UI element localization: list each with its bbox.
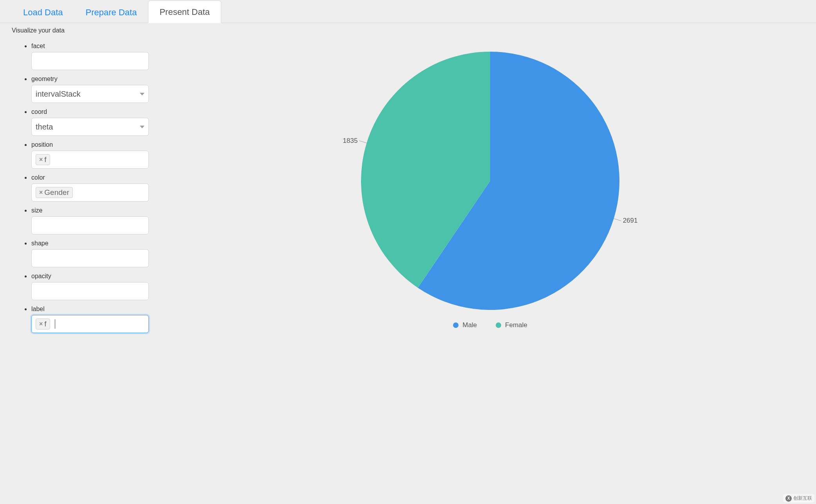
legend-swatch [453,322,459,328]
tab-present-data[interactable]: Present Data [148,0,221,23]
watermark-text: 创新互联 [793,495,812,502]
opacity-label: opacity [31,273,164,280]
tab-prepare-data[interactable]: Prepare Data [74,1,148,23]
chart-legend: MaleFemale [453,321,527,329]
close-icon[interactable]: × [39,189,43,196]
pie-svg [341,46,639,316]
facet-label: facet [31,43,164,50]
coord-label: coord [31,108,164,115]
color-input[interactable]: × Gender [31,184,149,202]
chevron-down-icon [140,126,144,128]
svg-line-0 [614,219,621,221]
legend-item-female[interactable]: Female [496,321,527,329]
field-position: position × f [31,140,164,169]
size-input[interactable] [31,216,149,234]
field-coord: coord theta [31,108,164,136]
tag-label: f [44,155,46,164]
label-label: label [31,306,164,313]
geometry-label: geometry [31,76,164,83]
field-shape: shape [31,239,164,267]
watermark: X 创新互联 [783,494,814,502]
tag-chip[interactable]: × Gender [36,187,73,198]
tag-label: Gender [44,188,69,197]
chart-panel: 26911835 MaleFemale [164,34,816,329]
tag-label: f [44,320,46,328]
pie-label-male: 2691 [623,217,638,225]
field-facet: facet [31,42,164,70]
color-label: color [31,174,164,181]
close-icon[interactable]: × [39,157,43,163]
shape-input[interactable] [31,249,149,267]
watermark-icon: X [785,495,792,502]
field-label: label × f [31,305,164,333]
geometry-value: intervalStack [36,90,81,99]
page-subtitle: Visualize your data [0,23,816,34]
opacity-input[interactable] [31,282,149,300]
legend-label: Female [505,321,527,329]
config-panel: facet geometry intervalStack coord theta… [0,34,164,338]
field-color: color × Gender [31,173,164,202]
facet-input[interactable] [31,52,149,70]
tag-chip[interactable]: × f [36,154,50,165]
svg-line-1 [359,141,366,143]
coord-select[interactable]: theta [31,118,149,136]
field-opacity: opacity [31,272,164,300]
tab-load-data[interactable]: Load Data [12,1,74,23]
pie-chart: 26911835 [341,46,639,316]
field-geometry: geometry intervalStack [31,75,164,103]
tag-chip[interactable]: × f [36,319,50,329]
legend-swatch [496,322,501,328]
chevron-down-icon [140,93,144,95]
tabs-bar: Load Data Prepare Data Present Data [0,0,816,23]
coord-value: theta [36,122,53,131]
legend-item-male[interactable]: Male [453,321,477,329]
position-label: position [31,141,164,148]
label-input[interactable]: × f [31,315,149,333]
text-cursor [55,319,55,329]
size-label: size [31,207,164,214]
field-size: size [31,206,164,234]
pie-label-female: 1835 [343,137,358,145]
legend-label: Male [462,321,477,329]
geometry-select[interactable]: intervalStack [31,85,149,103]
position-input[interactable]: × f [31,151,149,169]
shape-label: shape [31,240,164,247]
close-icon[interactable]: × [39,321,43,327]
